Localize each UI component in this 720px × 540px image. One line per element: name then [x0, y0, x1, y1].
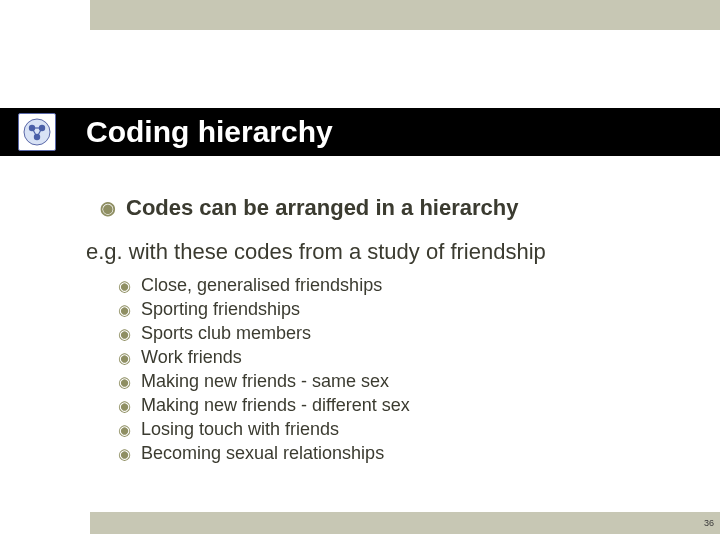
list-item-text: Work friends	[141, 347, 242, 368]
bullet-icon: ◉	[118, 374, 131, 389]
bullet-icon: ◉	[118, 302, 131, 317]
bottom-accent-band	[90, 512, 720, 534]
list-item-text: Sports club members	[141, 323, 311, 344]
page-number: 36	[704, 518, 714, 528]
list-item-text: Losing touch with friends	[141, 419, 339, 440]
bullet-icon: ◉	[100, 199, 116, 217]
svg-point-0	[24, 119, 50, 145]
list-item-text: Making new friends - same sex	[141, 371, 389, 392]
list-item: ◉ Making new friends - same sex	[118, 371, 680, 392]
bullet-icon: ◉	[118, 350, 131, 365]
sub-list: ◉ Close, generalised friendships ◉ Sport…	[118, 275, 680, 464]
content-area: ◉ Codes can be arranged in a hierarchy e…	[100, 195, 680, 467]
list-item-text: Becoming sexual relationships	[141, 443, 384, 464]
bullet-icon: ◉	[118, 326, 131, 341]
list-item: ◉ Sporting friendships	[118, 299, 680, 320]
bullet-icon: ◉	[118, 446, 131, 461]
list-item: ◉ Close, generalised friendships	[118, 275, 680, 296]
list-item-text: Sporting friendships	[141, 299, 300, 320]
list-item: ◉ Making new friends - different sex	[118, 395, 680, 416]
list-item-text: Making new friends - different sex	[141, 395, 410, 416]
title-band: Coding hierarchy	[0, 108, 720, 156]
list-item-text: Close, generalised friendships	[141, 275, 382, 296]
top-accent-band	[90, 0, 720, 30]
subtitle-text: e.g. with these codes from a study of fr…	[86, 239, 680, 265]
bullet-icon: ◉	[118, 278, 131, 293]
slide-title: Coding hierarchy	[86, 115, 333, 149]
bullet-icon: ◉	[118, 398, 131, 413]
list-item: ◉ Losing touch with friends	[118, 419, 680, 440]
main-bullet-row: ◉ Codes can be arranged in a hierarchy	[100, 195, 680, 221]
list-item: ◉ Becoming sexual relationships	[118, 443, 680, 464]
main-bullet-text: Codes can be arranged in a hierarchy	[126, 195, 518, 221]
bullet-icon: ◉	[118, 422, 131, 437]
list-item: ◉ Sports club members	[118, 323, 680, 344]
list-item: ◉ Work friends	[118, 347, 680, 368]
network-icon	[18, 113, 56, 151]
